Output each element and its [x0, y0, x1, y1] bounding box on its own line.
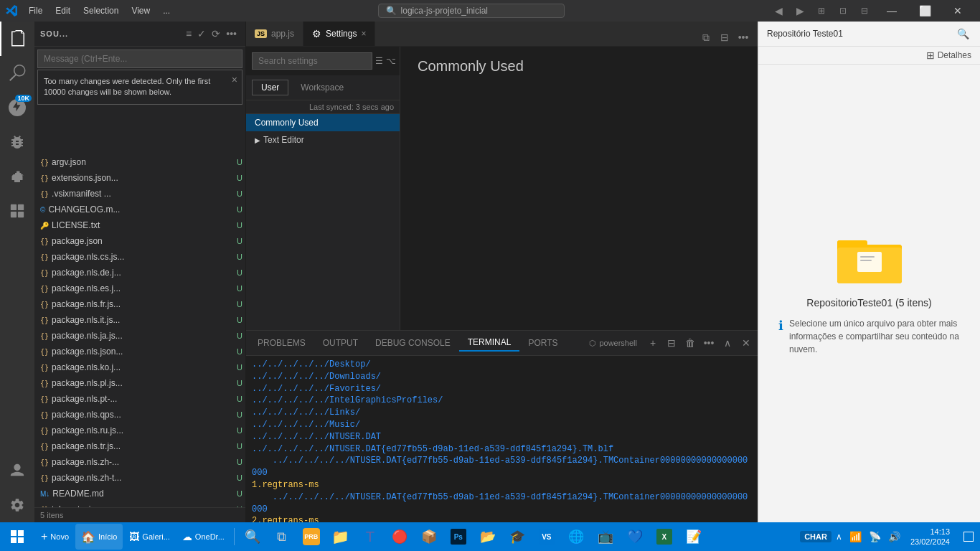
list-item[interactable]: 🔑 LICENSE.txt U: [34, 217, 245, 233]
term-add-btn[interactable]: +: [644, 334, 661, 352]
char-badge[interactable]: CHAR: [800, 531, 831, 542]
taskbar-app-store[interactable]: 📦: [415, 522, 443, 551]
taskbar-start[interactable]: [0, 522, 34, 551]
taskbar-app-prb[interactable]: PRB: [297, 522, 326, 551]
tab-action-split[interactable]: ⧉: [697, 29, 715, 46]
menu-edit[interactable]: Edit: [51, 4, 75, 17]
taskbar-app-ppt[interactable]: 🔴: [385, 522, 414, 551]
list-item[interactable]: {} package.nls.zh-... U: [34, 454, 245, 470]
term-trash-btn[interactable]: 🗑: [682, 334, 699, 352]
menu-more[interactable]: ...: [159, 4, 174, 17]
activity-btn-extensions[interactable]: [0, 159, 34, 194]
list-item[interactable]: {} package.nls.ko.j... U: [34, 359, 245, 375]
list-item[interactable]: {} package.nls.tr.js... U: [34, 438, 245, 454]
term-tab-debug-console[interactable]: DEBUG CONSOLE: [367, 335, 459, 351]
taskbar-inicio[interactable]: 🏠 Início: [75, 524, 123, 550]
list-item[interactable]: {} telemetry.json... U: [34, 501, 245, 507]
settings-search-input[interactable]: [252, 52, 372, 70]
list-item[interactable]: {} package.nls.qps... U: [34, 407, 245, 423]
taskbar-app-pkg2[interactable]: 📂: [473, 522, 502, 551]
list-item[interactable]: {} package.nls.ru.js... U: [34, 423, 245, 438]
term-tab-ports[interactable]: PORTS: [519, 335, 566, 351]
settings-tab-workspace[interactable]: Workspace: [291, 80, 353, 95]
taskbar-app-edge[interactable]: 🌐: [562, 522, 590, 551]
terminal-body[interactable]: ../../../../../Desktop/ ../../../../../D…: [246, 356, 758, 522]
settings-sort-btn[interactable]: ⌥: [386, 52, 396, 70]
term-close-btn[interactable]: ✕: [738, 334, 755, 352]
taskbar-galeria[interactable]: 🖼 Galeri...: [123, 524, 176, 550]
term-tab-terminal[interactable]: TERMINAL: [459, 334, 520, 352]
notification-close-btn[interactable]: ×: [232, 73, 237, 88]
term-layout-btn[interactable]: ⊟: [663, 334, 680, 352]
activity-btn-explorer[interactable]: [0, 22, 34, 56]
maximize-btn[interactable]: ⬜: [908, 0, 941, 22]
nav-back[interactable]: ◀: [768, 0, 789, 22]
settings-nav-item-text-editor[interactable]: ▶ Text Editor: [246, 131, 400, 149]
taskbar-onedrive[interactable]: ☁ OneDr...: [176, 524, 230, 550]
taskbar-app-vscode[interactable]: VS: [532, 522, 561, 551]
nav-forward[interactable]: ▶: [789, 0, 811, 22]
list-item[interactable]: © CHANGELOG.m... U: [34, 202, 245, 217]
taskbar-app-excel[interactable]: X: [650, 522, 679, 551]
term-chevron-up[interactable]: ∧: [719, 334, 736, 352]
list-item[interactable]: {} package.nls.es.j... U: [34, 281, 245, 296]
tray-icons[interactable]: ∧: [833, 532, 845, 542]
tab-appjs[interactable]: JS app.js: [246, 22, 303, 46]
layout-btn1[interactable]: ⊞: [811, 0, 832, 22]
list-item[interactable]: {} package.json U: [34, 233, 245, 249]
taskbar-app-folder[interactable]: 📁: [326, 522, 355, 551]
list-item[interactable]: {} package.nls.pt-... U: [34, 391, 245, 407]
activity-btn-remote[interactable]: [0, 194, 34, 228]
activity-btn-git[interactable]: 10K: [0, 90, 34, 125]
list-item[interactable]: {} package.nls.json... U: [34, 344, 245, 359]
title-search-bar[interactable]: 🔍 logica-js-projeto_inicial: [378, 4, 565, 18]
activity-btn-debug[interactable]: [0, 125, 34, 159]
commit-message-input[interactable]: [37, 50, 242, 68]
taskbar-app-facebook[interactable]: 💙: [621, 522, 649, 551]
sidebar-action-refresh[interactable]: ⟳: [209, 27, 223, 41]
term-tab-output[interactable]: OUTPUT: [314, 335, 367, 351]
tray-wifi[interactable]: 📡: [866, 531, 884, 542]
tab-settings-close[interactable]: ×: [361, 29, 366, 39]
detalhes-btn[interactable]: ⊞ Detalhes: [926, 50, 971, 61]
sidebar-action-check[interactable]: ✓: [194, 27, 209, 41]
tab-action-layout[interactable]: ⊟: [716, 29, 733, 46]
right-panel-search-btn[interactable]: 🔍: [954, 25, 971, 42]
sidebar-action-more[interactable]: •••: [223, 27, 240, 41]
tab-action-more[interactable]: •••: [735, 29, 752, 46]
taskbar-app-notepad[interactable]: 📝: [679, 522, 708, 551]
settings-nav-item-commonly-used[interactable]: Commonly Used: [246, 114, 400, 131]
menu-selection[interactable]: Selection: [79, 4, 123, 17]
list-item[interactable]: {} package.nls.zh-t... U: [34, 470, 245, 486]
list-item[interactable]: {} argv.json U: [34, 154, 245, 170]
minimize-btn[interactable]: —: [875, 0, 908, 22]
activity-btn-search[interactable]: [0, 56, 34, 90]
list-item[interactable]: {} package.nls.ja.js... U: [34, 328, 245, 344]
layout-btn3[interactable]: ⊟: [854, 0, 875, 22]
menu-file[interactable]: File: [24, 4, 47, 17]
taskbar-app-youtube[interactable]: 📺: [591, 522, 620, 551]
taskbar-app-alura[interactable]: 🎓: [503, 522, 532, 551]
list-item[interactable]: {} package.nls.de.j... U: [34, 265, 245, 281]
activity-btn-settings[interactable]: [0, 488, 34, 522]
list-item[interactable]: {} extensions.json... U: [34, 170, 245, 186]
list-item[interactable]: {} package.nls.cs.js... U: [34, 249, 245, 265]
menu-view[interactable]: View: [127, 4, 154, 17]
close-btn[interactable]: ✕: [941, 0, 974, 22]
list-item[interactable]: {} package.nls.fr.js... U: [34, 296, 245, 312]
taskbar-novo[interactable]: + Novo: [35, 524, 75, 550]
taskbar-taskview[interactable]: ⧉: [268, 522, 296, 551]
list-item[interactable]: {} package.nls.it.js... U: [34, 312, 245, 328]
tray-notification[interactable]: [957, 522, 980, 551]
sidebar-action-menu[interactable]: ≡: [183, 27, 194, 41]
taskbar-search-btn[interactable]: 🔍: [238, 522, 267, 551]
tray-network[interactable]: 📶: [847, 531, 864, 542]
list-item[interactable]: M↓ README.md U: [34, 486, 245, 501]
tab-settings[interactable]: ⚙ Settings ×: [303, 22, 375, 46]
settings-filter-btn[interactable]: ☰: [375, 52, 383, 70]
taskbar-clock[interactable]: 14:13 23/02/2024: [905, 527, 956, 547]
taskbar-app-photoshop[interactable]: Ps: [444, 522, 473, 551]
tray-volume[interactable]: 🔊: [885, 531, 903, 542]
term-tab-problems[interactable]: PROBLEMS: [249, 335, 314, 351]
settings-tab-user[interactable]: User: [252, 80, 288, 95]
